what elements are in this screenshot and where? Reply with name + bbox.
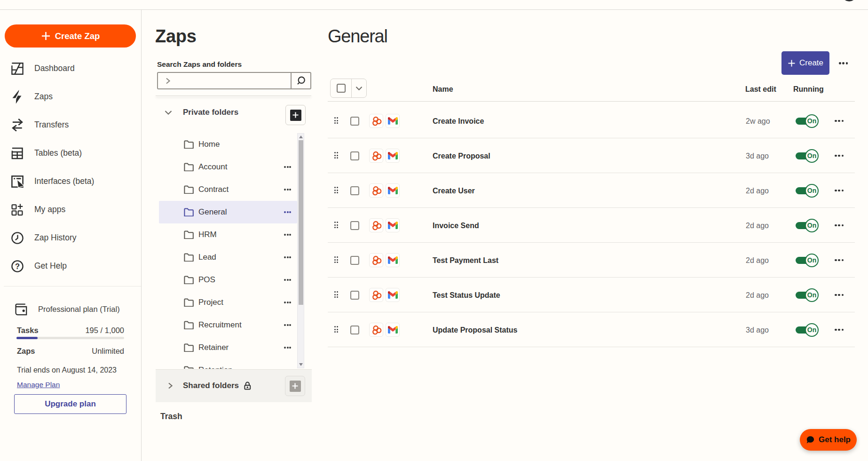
svg-text:?: ? bbox=[15, 262, 20, 270]
